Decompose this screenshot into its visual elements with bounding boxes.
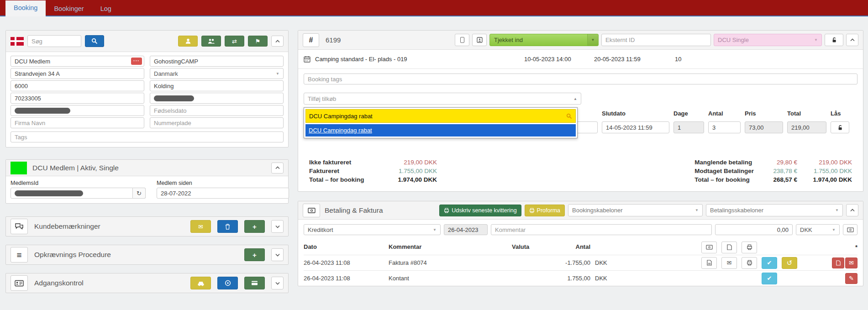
item-qty-input[interactable]	[708, 121, 741, 133]
payment-amount-input[interactable]	[715, 224, 793, 235]
invoice-undo-button[interactable]: ↺	[782, 257, 797, 269]
birthdate-input[interactable]	[150, 105, 284, 116]
printer-icon	[747, 260, 752, 266]
hash-icon: #	[303, 33, 319, 47]
zip-input[interactable]	[11, 80, 144, 91]
payment-currency-select[interactable]: DKK ▼	[796, 224, 840, 235]
company-input[interactable]	[11, 117, 144, 128]
access-car-button[interactable]	[190, 277, 211, 289]
access-card-button[interactable]	[244, 277, 265, 289]
new-document-button[interactable]	[721, 242, 737, 253]
payments-table: Dato Kommentar Valuta Antal	[298, 240, 863, 286]
tab-booking[interactable]: Booking	[5, 0, 46, 16]
booking-type-value: DCU Single	[718, 37, 749, 43]
plate-input[interactable]	[150, 117, 284, 128]
customer-search-input[interactable]	[27, 35, 81, 47]
comments-mail-button[interactable]: ✉	[190, 220, 211, 233]
customer-tags-input[interactable]	[11, 131, 284, 142]
search-button[interactable]	[85, 35, 104, 47]
customer-group-button[interactable]	[201, 36, 221, 47]
payment-date: 26-04-2023 11:08	[304, 259, 389, 266]
chevron-down-icon	[275, 282, 280, 285]
denmark-flag-icon	[11, 37, 24, 46]
booking-templates-select[interactable]: Bookingskabeloner ▼	[568, 204, 703, 216]
street-input[interactable]	[11, 68, 144, 79]
credit-mail-button[interactable]: ✉	[845, 257, 857, 268]
payment-method-select[interactable]: Kreditkort ▼	[304, 224, 441, 235]
pitch-nights: 10	[675, 56, 857, 63]
comments-trash-button[interactable]	[217, 220, 238, 233]
print-button[interactable]	[742, 242, 757, 253]
calendar-icon	[304, 56, 310, 63]
booking-checkbox-button[interactable]	[455, 34, 469, 46]
addon-option-selected[interactable]: DCU Campingdag rabat	[305, 124, 576, 137]
customer-name-input[interactable]	[11, 56, 144, 67]
print-receipt-button[interactable]: Udskriv seneste kvittering	[439, 205, 521, 216]
payments-collapse-button[interactable]	[846, 204, 858, 216]
country-select[interactable]: Danmark ▼	[150, 68, 284, 79]
payment-amount: -1.755,00	[539, 259, 590, 266]
payment-templates-select[interactable]: Betalingsskabeloner ▼	[706, 204, 843, 216]
register-payment-button[interactable]	[843, 224, 857, 235]
tab-log[interactable]: Log	[92, 1, 120, 16]
printer-icon	[444, 208, 449, 213]
payment-comment-input[interactable]	[491, 224, 712, 235]
customer-collapse-button[interactable]	[271, 36, 284, 47]
invoice-pdf-button[interactable]	[701, 257, 717, 269]
pitch-row[interactable]: Camping standard - El- plads - 019 10-05…	[298, 50, 863, 69]
camp-name-input[interactable]	[150, 56, 284, 67]
member-id-input-redacted[interactable]	[11, 188, 133, 199]
comments-expand-button[interactable]	[271, 220, 284, 233]
addon-search-value: DCU Campingdag rabat	[309, 113, 373, 120]
access-expand-button[interactable]	[271, 277, 284, 289]
booking-status-select[interactable]: Tjekket ind ▼	[489, 34, 599, 46]
booking-templates-value: Bookingskabeloner	[572, 207, 623, 214]
country-select-value: Danmark	[154, 70, 178, 77]
city-input[interactable]	[150, 80, 284, 91]
total-eur: 238,78 €	[754, 168, 797, 174]
billing-add-button[interactable]: +	[244, 248, 265, 261]
booking-guest-card-button[interactable]	[472, 34, 487, 46]
phone-input[interactable]	[11, 93, 144, 104]
email-input-redacted[interactable]	[11, 105, 144, 116]
customer-person-button[interactable]	[178, 36, 198, 47]
booking-collapse-button[interactable]	[846, 34, 858, 46]
billing-expand-button[interactable]	[271, 248, 284, 261]
payment-date-input[interactable]	[444, 224, 488, 235]
caret-down-icon: ▼	[835, 208, 839, 212]
member-since-input[interactable]	[157, 188, 289, 199]
total-label: Faktureret	[309, 168, 387, 174]
tab-bookinger[interactable]: Bookinger	[46, 1, 92, 16]
booking-type-select[interactable]: DCU Single ▼	[714, 34, 822, 46]
invoice-print-button[interactable]	[742, 257, 757, 269]
proforma-button[interactable]: Proforma	[525, 205, 565, 216]
payment-confirm-button[interactable]: ✔	[762, 273, 777, 284]
mobile-input-redacted[interactable]	[150, 93, 284, 104]
invoice-mail-button[interactable]: ✉	[721, 257, 737, 269]
payment-edit-button[interactable]: ✎	[845, 273, 857, 284]
booking-status-value: Tjekket ind	[494, 37, 523, 43]
comments-add-button[interactable]: +	[244, 220, 265, 233]
customer-panel: ⇄ ⚑ ···	[5, 30, 289, 147]
member-collapse-button[interactable]	[271, 163, 284, 173]
person-badge-icon	[477, 37, 483, 43]
access-control-title: Adgangskontrol	[34, 279, 84, 287]
external-id-input[interactable]	[601, 34, 711, 46]
addon-search-field[interactable]: DCU Campingdag rabat	[305, 109, 576, 123]
customer-flag-button[interactable]: ⚑	[248, 36, 268, 47]
item-lock-button[interactable]	[831, 121, 849, 133]
more-options-badge[interactable]: ···	[131, 58, 142, 65]
invoice-confirm-button[interactable]: ✔	[762, 257, 777, 269]
booking-lock-button[interactable]	[825, 34, 843, 46]
credit-pdf-button[interactable]	[832, 257, 844, 268]
member-id-refresh-button[interactable]: ↻	[133, 188, 146, 199]
cash-button[interactable]	[701, 242, 717, 253]
customer-swap-button[interactable]: ⇄	[225, 36, 244, 47]
total-eur: 29,80 €	[754, 159, 797, 166]
unlock-icon	[837, 125, 843, 131]
addon-select[interactable]: Tilføj tilkøb ▲	[304, 93, 581, 105]
payment-currency: DKK	[590, 275, 612, 282]
item-end-input[interactable]	[602, 121, 669, 133]
booking-tags-input[interactable]	[304, 74, 857, 84]
access-coin-button[interactable]	[217, 277, 238, 289]
